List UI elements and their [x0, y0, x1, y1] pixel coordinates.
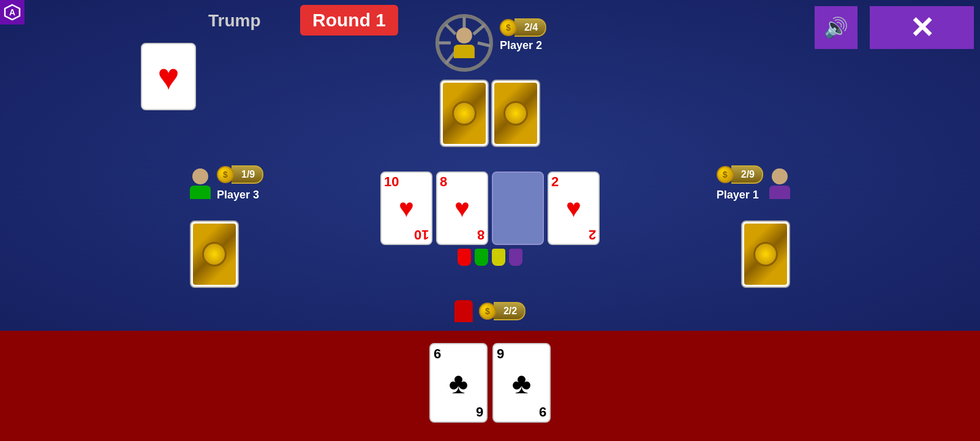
- player3-coin: $: [217, 166, 234, 183]
- trump-label: Trump: [208, 11, 261, 31]
- sound-icon: 🔊: [824, 16, 848, 39]
- player3-avatar-body: [190, 186, 211, 199]
- hand-card-9clubs-bottom: 9: [539, 405, 546, 418]
- current-player-area: $ 2/2: [454, 300, 526, 322]
- center-card-1-top: 10: [384, 175, 429, 189]
- center-card-2-symbol: ♥: [440, 189, 484, 228]
- hand-card-6clubs-symbol: ♣: [434, 361, 483, 405]
- round-text: Round 1: [312, 10, 386, 30]
- player3-card-1: [190, 221, 239, 288]
- indicator-yellow: [492, 249, 505, 266]
- trump-card: ♥: [141, 43, 196, 110]
- sound-button[interactable]: 🔊: [815, 6, 858, 49]
- player3-avatar-head: [192, 168, 208, 184]
- current-player-token: [454, 300, 473, 322]
- player3-score: 1/9: [232, 165, 263, 184]
- center-card-1-symbol: ♥: [384, 189, 429, 228]
- player1-area: $ 2/9 Player 1: [717, 165, 790, 202]
- player1-card-1: [741, 221, 790, 288]
- player2-avatar-head: [456, 28, 472, 43]
- center-cards: 10 ♥ 10 8 ♥ 8 2 ♥ 2: [380, 172, 600, 245]
- center-card-2-top: 8: [440, 175, 484, 189]
- svg-line-4: [473, 24, 485, 34]
- player2-coin: $: [500, 19, 517, 36]
- player1-name: Player 1: [717, 189, 759, 202]
- center-card-1-bottom: 10: [414, 228, 429, 241]
- center-card-4: 2 ♥ 2: [548, 172, 600, 245]
- center-play-area: 10 ♥ 10 8 ♥ 8 2 ♥ 2: [380, 172, 600, 266]
- round-badge: Round 1: [300, 5, 398, 36]
- player1-avatar-body: [769, 186, 790, 199]
- current-player-score: 2/2: [494, 302, 526, 320]
- player3-name: Player 3: [217, 189, 259, 202]
- hand-card-9clubs-top: 9: [497, 347, 546, 361]
- hand-card-6clubs[interactable]: 6 ♣ 6: [429, 343, 488, 423]
- hand-card-6clubs-bottom: 6: [476, 405, 483, 418]
- hand-card-9clubs[interactable]: 9 ♣ 9: [492, 343, 551, 423]
- close-icon: ✕: [910, 10, 934, 45]
- hand-card-6clubs-top: 6: [434, 347, 483, 361]
- center-card-4-top: 2: [551, 175, 596, 189]
- indicator-purple: [509, 249, 522, 266]
- center-card-1: 10 ♥ 10: [380, 172, 432, 245]
- player2-card-1: [440, 80, 489, 147]
- center-card-4-symbol: ♥: [551, 189, 596, 228]
- player1-score-badge: $ 2/9: [717, 165, 763, 184]
- player3-cards: [190, 221, 239, 288]
- logo: A: [0, 0, 24, 24]
- center-card-4-bottom: 2: [589, 228, 596, 241]
- player3-area: $ 1/9 Player 3: [190, 165, 263, 202]
- close-button[interactable]: ✕: [870, 6, 974, 49]
- player1-coin: $: [717, 166, 734, 183]
- player1-score: 2/9: [731, 165, 763, 184]
- player1-avatar-head: [772, 168, 788, 184]
- player2-score-badge: $ 2/4: [500, 18, 546, 37]
- player1-cards: [741, 221, 790, 288]
- indicator-green: [475, 249, 488, 266]
- hand-card-9clubs-symbol: ♣: [497, 361, 546, 405]
- player2-cards: [440, 80, 540, 147]
- center-card-3-empty: [492, 172, 544, 245]
- trump-text: Trump: [208, 11, 261, 30]
- hand-cards: 6 ♣ 6 9 ♣ 9: [429, 343, 551, 423]
- player2-area: $ 2/4 Player 2: [434, 12, 546, 74]
- player2-card-2: [491, 80, 540, 147]
- center-card-2: 8 ♥ 8: [436, 172, 488, 245]
- player2-avatar-body: [454, 45, 475, 58]
- player2-name: Player 2: [500, 39, 542, 52]
- current-player-coin: $: [479, 303, 496, 320]
- card-indicators: [458, 249, 522, 266]
- player2-score: 2/4: [514, 18, 546, 37]
- svg-line-5: [478, 43, 491, 46]
- player3-score-badge: $ 1/9: [217, 165, 263, 184]
- trump-suit: ♥: [157, 56, 179, 98]
- center-card-2-bottom: 8: [477, 228, 484, 241]
- current-player-score-badge: $ 2/2: [479, 302, 526, 320]
- indicator-red: [458, 249, 471, 266]
- svg-text:A: A: [9, 7, 15, 17]
